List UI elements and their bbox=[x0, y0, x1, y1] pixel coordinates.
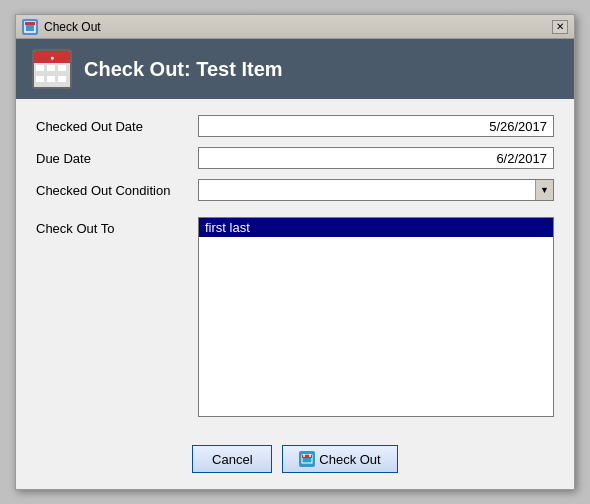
list-item-selected[interactable]: first last bbox=[199, 218, 553, 237]
dialog-body: Checked Out Date Due Date Checked Out Co… bbox=[16, 99, 574, 433]
window-title: Check Out bbox=[44, 20, 101, 34]
title-bar-left: Check Out bbox=[22, 19, 101, 35]
button-row: Cancel Check Out bbox=[16, 433, 574, 489]
dropdown-arrow-icon[interactable]: ▼ bbox=[535, 180, 553, 200]
window-icon bbox=[22, 19, 38, 35]
checkout-button[interactable]: Check Out bbox=[282, 445, 397, 473]
check-out-to-label: Check Out To bbox=[36, 217, 186, 417]
checked-out-condition-row: Checked Out Condition ▼ bbox=[36, 179, 554, 201]
dialog-header: ● Check Out: Test Item bbox=[16, 39, 574, 99]
checked-out-condition-select[interactable]: ▼ bbox=[198, 179, 554, 201]
check-out-to-list[interactable]: first last bbox=[198, 217, 554, 417]
checked-out-condition-value bbox=[199, 180, 535, 200]
calendar-top: ● bbox=[34, 51, 70, 63]
due-date-row: Due Date bbox=[36, 147, 554, 169]
checkout-icon bbox=[299, 451, 315, 467]
svg-rect-1 bbox=[25, 22, 35, 25]
checkout-dialog: Check Out ✕ ● Check Out: Test Item bbox=[15, 14, 575, 490]
due-date-input[interactable] bbox=[198, 147, 554, 169]
calendar-icon: ● bbox=[32, 49, 72, 89]
cancel-label: Cancel bbox=[212, 452, 252, 467]
checked-out-date-label: Checked Out Date bbox=[36, 119, 186, 134]
checked-out-date-input[interactable] bbox=[198, 115, 554, 137]
header-icon: ● bbox=[32, 49, 72, 89]
dialog-title: Check Out: Test Item bbox=[84, 58, 283, 81]
check-out-to-section: Check Out To first last bbox=[36, 217, 554, 417]
cancel-button[interactable]: Cancel bbox=[192, 445, 272, 473]
checked-out-condition-label: Checked Out Condition bbox=[36, 183, 186, 198]
title-bar: Check Out ✕ bbox=[16, 15, 574, 39]
calendar-body bbox=[34, 63, 70, 87]
close-button[interactable]: ✕ bbox=[552, 20, 568, 34]
checked-out-date-row: Checked Out Date bbox=[36, 115, 554, 137]
checkout-label: Check Out bbox=[319, 452, 380, 467]
due-date-label: Due Date bbox=[36, 151, 186, 166]
